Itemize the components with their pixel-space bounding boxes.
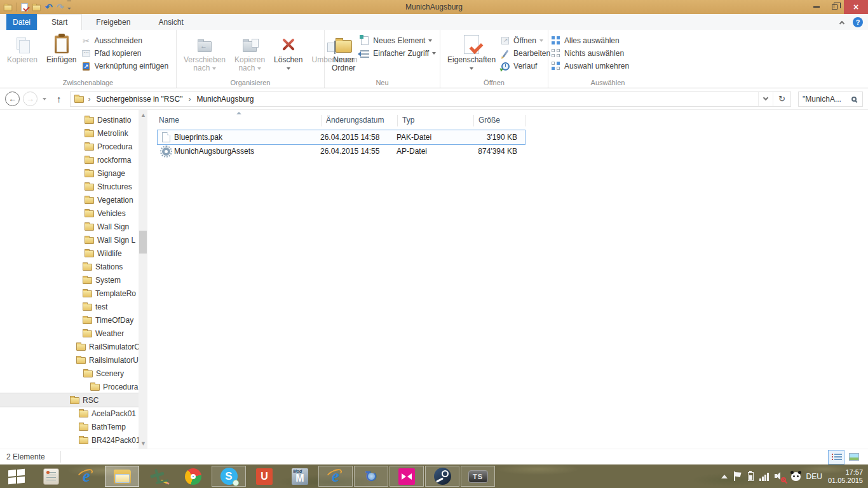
history-button[interactable]: Verlauf — [500, 60, 550, 72]
tab-share[interactable]: Freigeben — [82, 14, 144, 30]
large-icons-view-icon[interactable] — [846, 451, 862, 464]
panda-antivirus-icon[interactable] — [791, 472, 801, 481]
column-header-type[interactable]: Typ — [402, 116, 414, 125]
column-header-size[interactable]: Größe — [478, 116, 500, 125]
close-button[interactable]: × — [844, 0, 868, 14]
easy-access-button[interactable]: Einfacher Zugriff — [360, 48, 436, 59]
tree-item[interactable]: Weather — [0, 327, 139, 340]
gear-file-icon — [162, 147, 170, 156]
tree-item[interactable]: test — [0, 300, 139, 313]
network-signal-icon[interactable] — [759, 472, 769, 481]
select-all-button[interactable]: Alles auswählen — [551, 35, 629, 46]
scrollbar-thumb[interactable] — [139, 231, 147, 254]
tree-item[interactable]: Wildlife — [0, 247, 139, 260]
tree-item[interactable]: System — [0, 273, 139, 287]
column-header-date[interactable]: Änderungsdatum — [326, 116, 384, 125]
help-icon[interactable]: ? — [853, 17, 863, 27]
up-button[interactable]: ↑ — [51, 93, 67, 104]
history-dropdown-icon[interactable] — [41, 93, 48, 105]
tree-item[interactable]: RailsimulatorU — [0, 353, 139, 367]
tree-item[interactable]: Metrolink — [0, 126, 139, 140]
refresh-icon[interactable] — [773, 92, 790, 106]
volume-muted-icon[interactable] — [775, 471, 785, 481]
tree-item-label: Destinatio — [97, 116, 131, 125]
taskbar-item-explorer[interactable] — [105, 466, 139, 487]
column-header-name[interactable]: Name — [159, 116, 179, 125]
taskbar-item-plane[interactable] — [140, 466, 175, 487]
start-button[interactable] — [1, 466, 32, 487]
breadcrumb[interactable]: › Suchergebnisse in "RSC" › MunichAugsbu… — [70, 92, 792, 107]
taskbar-item-ie2[interactable]: e — [318, 466, 353, 487]
breadcrumb-segment-search[interactable]: Suchergebnisse in "RSC" — [95, 93, 184, 105]
tree-item[interactable]: Vegetation — [0, 193, 139, 207]
properties-button[interactable]: Eigenschaften — [443, 32, 500, 74]
tree-item[interactable]: rockforma — [0, 153, 139, 166]
undo-icon[interactable] — [45, 3, 53, 11]
delete-button[interactable]: Löschen — [269, 32, 307, 74]
tree-scrollbar[interactable]: ▲ ▼ — [139, 110, 147, 449]
tree-item[interactable]: Procedura — [0, 140, 139, 153]
file-row[interactable]: MunichAugsburgAssets26.04.2015 14:55AP-D… — [158, 144, 525, 158]
action-center-flag-icon[interactable] — [733, 471, 742, 481]
tab-start[interactable]: Start — [37, 14, 82, 30]
tree-item[interactable]: Destinatio — [0, 113, 139, 126]
taskbar-item-sync[interactable] — [354, 466, 388, 487]
new-folder-icon[interactable] — [32, 4, 41, 11]
tree-item[interactable]: BathTemp — [0, 420, 139, 433]
taskbar: eSUMModeTS DEU 17:57 01.05.2015 — [0, 464, 868, 488]
tree-item[interactable]: RailSimulatorC — [0, 340, 139, 353]
select-none-button[interactable]: Nichts auswählen — [551, 48, 629, 59]
tree-item[interactable]: BR424Pack01 — [0, 433, 139, 447]
tree-item[interactable]: Wall Sign — [0, 220, 139, 233]
minimize-button[interactable] — [807, 0, 825, 14]
address-dropdown-icon[interactable] — [758, 92, 773, 106]
search-icon[interactable] — [851, 97, 857, 102]
taskbar-item-steam[interactable] — [425, 466, 459, 487]
taskbar-item-ts[interactable]: TS — [461, 466, 495, 487]
tab-view[interactable]: Ansicht — [144, 14, 197, 30]
tree-item[interactable]: Signage — [0, 166, 139, 180]
tree-item[interactable]: Wall Sign L — [0, 233, 139, 247]
tree-item[interactable]: TimeOfDay — [0, 313, 139, 327]
taskbar-item-ie[interactable]: e — [69, 466, 104, 487]
invert-selection-button[interactable]: Auswahl umkehren — [551, 60, 629, 72]
folder-icon — [85, 157, 94, 164]
new-folder-button[interactable]: Neuer Ordner — [327, 32, 360, 74]
taskbar-item-skype[interactable]: S — [212, 466, 246, 487]
qat-customize-dropdown-icon[interactable] — [67, 1, 71, 14]
minimize-ribbon-icon[interactable] — [839, 20, 844, 25]
copy-to-button: Kopieren nach — [230, 32, 269, 74]
paste-button[interactable]: Einfügen — [42, 32, 81, 65]
back-button[interactable]: ← — [5, 92, 20, 106]
tab-file-menu[interactable]: Datei — [6, 14, 37, 30]
taskbar-item-redapp[interactable]: U — [247, 466, 281, 487]
tree-item[interactable]: AcelaPack01 — [0, 407, 139, 420]
file-row[interactable]: Blueprints.pak26.04.2015 14:58PAK-Datei3… — [158, 130, 525, 144]
battery-icon[interactable] — [748, 472, 754, 481]
properties-icon[interactable] — [21, 3, 28, 11]
tree-item[interactable]: Vehicles — [0, 207, 139, 220]
new-item-button[interactable]: Neues Element — [360, 35, 436, 46]
taskbar-item-pinkapp[interactable] — [390, 466, 424, 487]
tree-item[interactable]: Stations — [0, 260, 139, 273]
search-input[interactable]: "MunichA... — [798, 92, 863, 107]
restore-button[interactable] — [825, 0, 844, 14]
details-view-icon[interactable] — [829, 451, 844, 464]
tree-item[interactable]: TemplateRo — [0, 287, 139, 300]
paste-shortcut-button[interactable]: Verknüpfung einfügen — [81, 60, 168, 72]
tree-item[interactable]: RSC — [0, 393, 139, 407]
explorer-window-icon[interactable] — [4, 4, 13, 11]
skype-icon: S — [220, 468, 238, 485]
hidden-icons-arrow[interactable] — [721, 475, 728, 478]
breadcrumb-segment-folder[interactable]: MunichAugsburg — [195, 93, 255, 105]
taskbar-item-journal[interactable] — [34, 466, 68, 487]
taskbar-item-chrome[interactable] — [176, 466, 210, 487]
tree-item[interactable]: Procedura — [0, 380, 139, 393]
language-indicator[interactable]: DEU — [806, 472, 822, 481]
scroll-down-icon[interactable]: ▼ — [140, 441, 146, 446]
tree-item[interactable]: Scenery — [0, 367, 139, 380]
clock[interactable]: 17:57 01.05.2015 — [828, 468, 863, 485]
scroll-up-icon[interactable]: ▲ — [140, 112, 146, 118]
tree-item[interactable]: Structures — [0, 180, 139, 193]
taskbar-item-modm[interactable]: MMod — [283, 466, 317, 487]
